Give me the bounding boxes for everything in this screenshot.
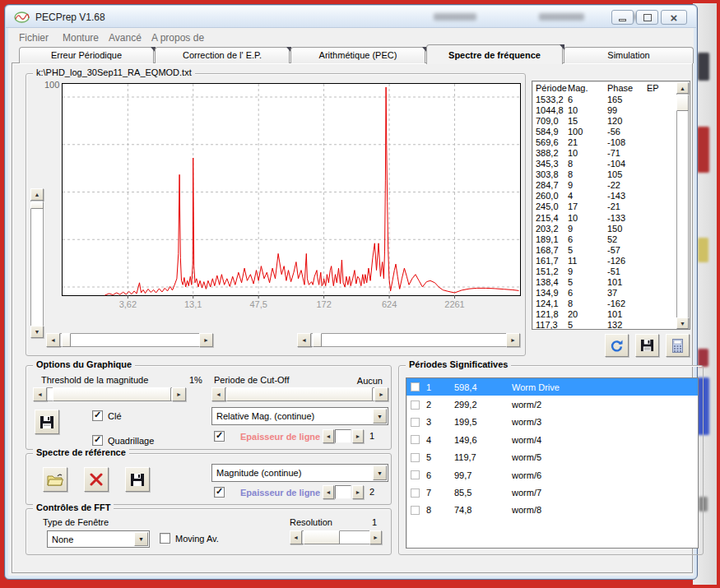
table-row[interactable]: 284,79-22 [536, 180, 675, 191]
spinner-right-icon[interactable] [352, 485, 364, 499]
table-row[interactable]: 151,29-51 [536, 266, 675, 277]
line-width-spinner[interactable] [323, 429, 364, 443]
chart-vscrollbar[interactable] [30, 188, 44, 338]
chevron-down-icon[interactable] [134, 532, 148, 546]
period-list-item[interactable]: 1598,4Worm Drive [406, 378, 698, 396]
table-row[interactable]: 584,9100-56 [536, 127, 675, 137]
reference-line-width-checkbox[interactable] [214, 487, 225, 498]
threshold-thumb[interactable] [53, 387, 171, 401]
chevron-down-icon[interactable] [373, 465, 387, 480]
hscroll-thumb[interactable] [313, 333, 322, 347]
table-row[interactable]: 124,18-162 [536, 299, 675, 309]
tab-simulation[interactable]: Simulation [564, 47, 694, 63]
resolution-thumb[interactable] [304, 530, 340, 544]
table-row[interactable]: 245,017-21 [536, 201, 675, 212]
tab-erreur-periodique[interactable]: Erreur Périodique [19, 47, 154, 63]
cle-checkbox[interactable] [92, 410, 103, 421]
maximize-button[interactable] [636, 10, 658, 25]
period-list-item[interactable]: 3199,5worm/3 [406, 414, 698, 431]
save-table-button[interactable] [635, 334, 659, 357]
chart-hscrollbar-left[interactable] [46, 333, 213, 347]
save-reference-button[interactable] [125, 467, 150, 492]
period-checkbox[interactable] [411, 453, 420, 462]
open-reference-button[interactable] [43, 467, 67, 492]
table-row[interactable]: 569,621-108 [536, 137, 675, 148]
table-row[interactable]: 168,75-57 [536, 245, 675, 256]
reference-display-combo[interactable]: Magnitude (continue) [211, 464, 388, 482]
chart-hscrollbar-right[interactable] [297, 333, 520, 347]
scroll-up-icon[interactable] [676, 82, 689, 94]
period-list-item[interactable]: 4149,6worm/4 [406, 431, 698, 448]
report-button[interactable] [666, 334, 690, 357]
table-row[interactable]: 203,29150 [536, 224, 675, 234]
scroll-right-icon[interactable] [172, 387, 186, 401]
table-row[interactable]: 117,35132 [536, 320, 675, 330]
period-checkbox[interactable] [411, 435, 420, 444]
table-row[interactable]: 134,9637 [536, 288, 675, 299]
table-row[interactable]: 121,820101 [536, 309, 675, 320]
table-row[interactable]: 161,711-126 [536, 256, 675, 266]
table-row[interactable]: 1044,81099 [536, 105, 675, 116]
reference-line-width-spinner[interactable] [323, 485, 364, 499]
period-checkbox[interactable] [411, 382, 420, 391]
save-graph-button[interactable] [35, 410, 59, 434]
window-type-combo[interactable]: None [47, 530, 150, 548]
spinner-right-icon[interactable] [352, 429, 364, 443]
menu-fichier[interactable]: Fichier [19, 32, 49, 44]
scroll-left-icon[interactable] [290, 530, 302, 544]
line-width-checkbox[interactable] [214, 431, 225, 442]
table-vscrollbar[interactable] [676, 82, 689, 329]
frequency-table[interactable]: Période Mag. Phase EP 1533,261651044,810… [532, 81, 690, 330]
hscroll-thumb[interactable] [62, 333, 71, 347]
scroll-left-icon[interactable] [211, 387, 225, 401]
table-row[interactable]: 303,88105 [536, 169, 675, 180]
table-row[interactable]: 1533,26165 [536, 95, 675, 105]
minimize-button[interactable] [611, 10, 634, 25]
period-checkbox[interactable] [411, 488, 420, 498]
tab-arithmetique-pec[interactable]: Arithmétique (PEC) [290, 47, 425, 63]
refresh-button[interactable] [605, 334, 629, 357]
scroll-left-icon[interactable] [46, 333, 60, 347]
scroll-down-icon[interactable] [30, 326, 44, 338]
period-list-item[interactable]: 785,5worm/7 [406, 484, 698, 501]
period-list-item[interactable]: 2299,2worm/2 [406, 396, 698, 413]
quadrillage-checkbox[interactable] [92, 435, 103, 446]
scroll-left-icon[interactable] [33, 387, 47, 401]
tab-spectre-de-frequence[interactable]: Spectre de fréquence [426, 44, 563, 64]
scroll-right-icon[interactable] [369, 530, 382, 544]
table-row[interactable]: 260,04-143 [536, 191, 675, 201]
cutoff-thumb[interactable] [226, 387, 373, 401]
period-list-item[interactable]: 699,7worm/6 [406, 466, 698, 484]
scroll-right-icon[interactable] [506, 333, 520, 347]
vscroll-thumb[interactable] [676, 95, 689, 111]
cutoff-slider[interactable] [211, 387, 388, 401]
significant-periods-list[interactable]: 1598,4Worm Drive2299,2worm/23199,5worm/3… [406, 377, 699, 549]
table-row[interactable]: 345,38-104 [536, 159, 675, 169]
period-checkbox[interactable] [411, 470, 420, 479]
period-checkbox[interactable] [411, 418, 420, 427]
menu-avance[interactable]: Avancé [109, 32, 142, 44]
delete-reference-button[interactable] [84, 467, 109, 492]
tab-correction-ep[interactable]: Correction de l' E.P. [155, 47, 290, 63]
table-row[interactable]: 215,410-133 [536, 213, 675, 224]
table-row[interactable]: 189,1652 [536, 234, 675, 245]
period-checkbox[interactable] [411, 400, 420, 410]
display-mode-combo[interactable]: Relative Mag. (continue) [211, 407, 388, 425]
scroll-down-icon[interactable] [676, 317, 689, 329]
scroll-left-icon[interactable] [297, 333, 311, 347]
period-list-item[interactable]: 874,8worm/8 [406, 502, 698, 519]
moving-av-checkbox[interactable] [160, 533, 170, 544]
scroll-right-icon[interactable] [374, 387, 388, 401]
vscroll-thumb[interactable] [30, 201, 44, 209]
chevron-down-icon[interactable] [373, 409, 387, 424]
menu-a-propos[interactable]: A propos de [151, 32, 204, 44]
close-button[interactable] [661, 10, 687, 25]
title-bar[interactable]: PECPrep V1.68 [6, 6, 696, 28]
spinner-left-icon[interactable] [323, 429, 334, 443]
menu-monture[interactable]: Monture [63, 32, 99, 44]
period-list-item[interactable]: 5119,7worm/5 [406, 449, 698, 466]
scroll-up-icon[interactable] [30, 188, 44, 201]
threshold-slider[interactable] [33, 387, 186, 401]
table-row[interactable]: 138,45101 [536, 277, 675, 288]
table-row[interactable]: 709,015120 [536, 116, 675, 127]
